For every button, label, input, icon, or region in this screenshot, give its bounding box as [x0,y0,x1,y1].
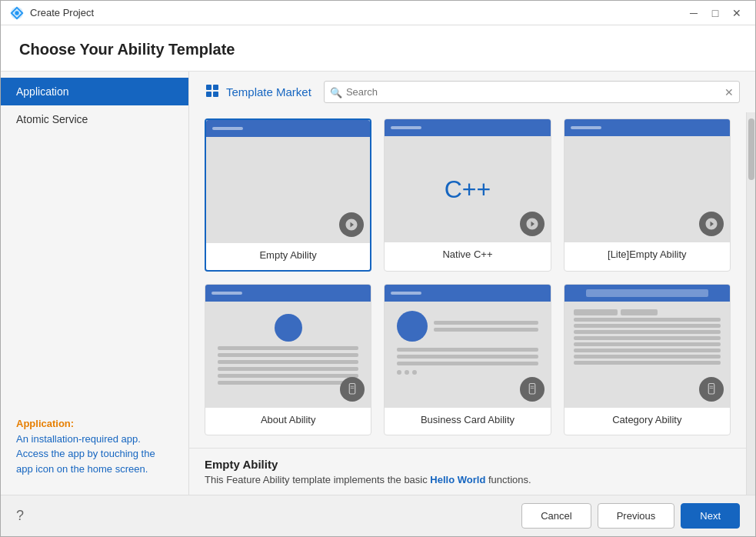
template-market-icon [205,83,220,101]
svg-rect-3 [213,85,218,90]
template-market-label: Template Market [205,83,311,101]
previous-button[interactable]: Previous [598,503,675,529]
sidebar-description: Application: An installation-required ap… [1,404,188,489]
main-content: Application Atomic Service Application: … [1,72,755,495]
template-name-lite-empty: [Lite]Empty Ability [608,248,687,260]
template-name-empty-ability: Empty Ability [259,249,316,261]
maximize-button[interactable]: □ [706,4,724,22]
scrollbar[interactable] [746,112,755,495]
search-clear-icon[interactable]: ✕ [724,86,734,98]
selected-template-name: Empty Ability [205,458,731,471]
window-controls: ─ □ ✕ [684,4,746,22]
card-preview-category-ability [565,285,730,408]
selected-template-description: This Feature Ability template implements… [205,474,731,485]
card-preview-business-card [385,285,550,408]
svg-rect-4 [206,92,211,97]
template-name-business-card: Business Card Ability [421,414,515,425]
search-box: 🔍 ✕ [324,81,740,103]
template-name-category-ability: Category Ability [612,414,681,425]
template-card-empty-ability[interactable]: Empty Ability [205,118,371,272]
right-panel: Template Market 🔍 ✕ [189,72,755,495]
template-card-lite-empty[interactable]: [Lite]Empty Ability [564,118,731,272]
page-title: Choose Your Ability Template [19,41,737,58]
right-panel-inner: Empty Ability C++ [189,112,755,495]
card-preview-native-cpp: C++ [385,119,550,242]
sidebar-item-application[interactable]: Application [1,78,188,105]
card-preview-lite-empty [565,119,730,242]
next-button[interactable]: Next [681,503,740,529]
footer: ? Cancel Previous Next [1,495,755,536]
help-icon[interactable]: ? [16,508,24,524]
svg-point-1 [15,11,18,15]
svg-rect-12 [708,384,714,395]
grid-scroll-area: Empty Ability C++ [189,112,746,495]
hello-world-text: Hello World [430,474,485,485]
window-title: Create Project [30,7,684,18]
svg-rect-5 [213,92,218,97]
template-card-about-ability[interactable]: About Ability [205,284,371,435]
badge-lite-empty [699,212,724,236]
title-bar: Create Project ─ □ ✕ [1,1,755,25]
footer-buttons: Cancel Previous Next [521,503,740,529]
app-icon [10,6,24,20]
svg-rect-6 [350,384,356,395]
sidebar-category-label: Application: [16,418,74,429]
cancel-button[interactable]: Cancel [521,503,591,529]
template-header: Template Market 🔍 ✕ [189,72,755,112]
sidebar: Application Atomic Service Application: … [1,72,189,495]
template-grid: Empty Ability C++ [189,112,746,448]
page-header: Choose Your Ability Template [1,25,755,72]
close-button[interactable]: ✕ [728,4,746,22]
minimize-button[interactable]: ─ [684,4,703,22]
template-name-native-cpp: Native C++ [442,248,492,260]
search-icon: 🔍 [330,86,342,98]
svg-rect-2 [206,85,211,90]
sidebar-item-atomic-service[interactable]: Atomic Service [1,105,188,133]
search-input[interactable] [324,81,740,103]
template-card-category-ability[interactable]: Category Ability [564,284,731,435]
scrollbar-thumb[interactable] [748,118,754,180]
cpp-icon: C++ [445,175,491,204]
sidebar-description-text: An installation-required app. Access the… [16,433,155,475]
badge-business-card [520,377,545,402]
badge-category-ability [699,377,724,402]
template-description: Empty Ability This Feature Ability templ… [189,448,746,495]
card-preview-empty-ability [206,120,370,243]
card-preview-about-ability [205,285,371,408]
badge-native-cpp [520,212,545,236]
create-project-window: Create Project ─ □ ✕ Choose Your Ability… [0,0,756,537]
svg-rect-9 [529,384,535,395]
template-name-about-ability: About Ability [261,414,316,425]
template-card-business-card[interactable]: Business Card Ability [384,284,551,435]
template-card-native-cpp[interactable]: C++ Native C++ [384,118,551,272]
